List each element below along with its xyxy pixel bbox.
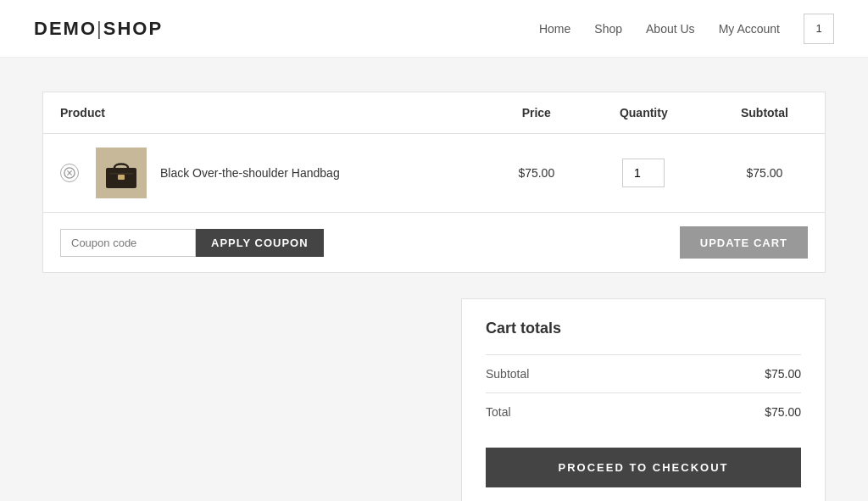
nav-account[interactable]: My Account <box>719 22 780 36</box>
total-value: $75.00 <box>765 405 801 419</box>
remove-item-button[interactable] <box>60 164 79 182</box>
quantity-input[interactable] <box>622 159 665 187</box>
site-header: DEMO|SHOP Home Shop About Us My Account … <box>0 0 868 58</box>
product-name: Black Over-the-shoulder Handbag <box>160 166 340 180</box>
update-cart-button[interactable]: UPDATE CART <box>680 226 808 259</box>
subtotal-label: Subtotal <box>486 367 529 381</box>
handbag-icon <box>101 153 142 193</box>
close-icon <box>64 167 75 179</box>
cart-totals-title: Cart totals <box>486 320 801 337</box>
nav-home[interactable]: Home <box>539 22 570 36</box>
subtotal-value: $75.00 <box>765 367 801 381</box>
cart-totals: Cart totals Subtotal $75.00 Total $75.00… <box>461 298 826 501</box>
subtotal-row: Subtotal $75.00 <box>486 354 801 392</box>
coupon-input[interactable] <box>60 229 196 257</box>
svg-rect-4 <box>118 175 125 180</box>
svg-rect-5 <box>109 173 133 175</box>
cart-actions: APPLY COUPON UPDATE CART <box>43 213 825 272</box>
col-subtotal: Subtotal <box>704 92 825 134</box>
main-content: Product Price Quantity Subtotal <box>0 58 868 501</box>
col-quantity: Quantity <box>583 92 704 134</box>
product-cell: Black Over-the-shoulder Handbag <box>79 134 490 212</box>
logo-demo: DEMO <box>34 18 97 39</box>
coupon-section: APPLY COUPON <box>60 229 324 257</box>
cart-count: 1 <box>815 22 821 35</box>
logo-separator: | <box>97 18 103 39</box>
cart-totals-wrap: Cart totals Subtotal $75.00 Total $75.00… <box>42 298 826 501</box>
col-product: Product <box>43 92 490 134</box>
apply-coupon-button[interactable]: APPLY COUPON <box>196 229 324 257</box>
nav-shop[interactable]: Shop <box>594 22 622 36</box>
cart-icon[interactable]: 1 <box>804 14 834 44</box>
col-price: Price <box>490 92 583 134</box>
logo-shop: SHOP <box>103 18 163 39</box>
product-price: $75.00 <box>490 134 583 213</box>
product-subtotal: $75.00 <box>704 134 825 213</box>
cart-table-wrap: Product Price Quantity Subtotal <box>42 92 826 273</box>
product-thumbnail <box>96 148 147 198</box>
nav-about[interactable]: About Us <box>646 22 695 36</box>
checkout-button[interactable]: PROCEED TO CHECKOUT <box>486 448 801 487</box>
cart-table: Product Price Quantity Subtotal <box>43 92 825 213</box>
main-nav: Home Shop About Us My Account 1 <box>539 14 834 44</box>
total-label: Total <box>486 405 511 419</box>
table-row: Black Over-the-shoulder Handbag $75.00 $… <box>43 134 825 213</box>
site-logo[interactable]: DEMO|SHOP <box>34 18 163 40</box>
total-row: Total $75.00 <box>486 392 801 431</box>
